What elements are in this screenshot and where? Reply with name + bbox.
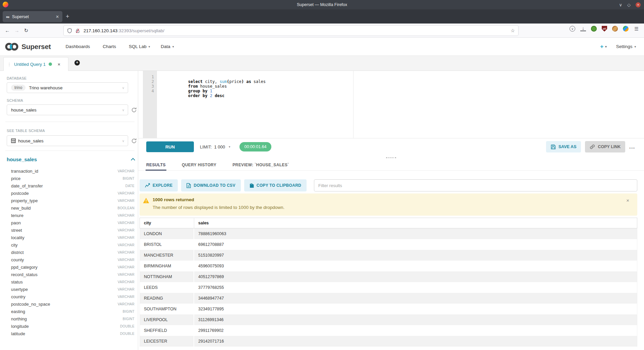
table-row: BIRMINGHAM 45960075093 [140,261,637,271]
cell-sales: 29142071716 [194,336,637,347]
plus-icon: + [600,43,603,50]
window-maximize-icon[interactable]: ◇ [627,3,631,7]
table-row: SHEFFIELD 29911769902 [140,325,637,336]
lock-broken-icon[interactable] [75,28,80,33]
table-select[interactable]: house_sales ∨ [7,135,128,146]
query-tab-bar: ⋮ Untitled Query 1 × + [0,56,644,71]
tab-close-icon[interactable]: ✕ [56,14,59,19]
tab-query-history[interactable]: QUERY HISTORY [182,160,216,170]
link-icon [590,144,595,149]
pane-resize-handle[interactable] [138,156,644,160]
settings-menu[interactable]: Settings▾ [616,44,636,49]
alert-message: The number of rows displayed is limited … [153,205,284,210]
cell-sales: 40512797869 [194,271,637,282]
window-minimize-icon[interactable]: ∨ [619,3,622,7]
refresh-schema-icon[interactable] [131,107,137,113]
column-type: VARCHAR [118,288,135,291]
add-new-button[interactable]: +▾ [600,43,606,50]
bookmark-star-icon[interactable]: ☆ [511,28,515,33]
tab-results[interactable]: RESULTS [146,160,166,170]
more-options-button[interactable]: ... [629,144,635,149]
nav-item-charts[interactable]: Charts [97,44,123,49]
explore-button[interactable]: EXPLORE [140,179,178,191]
code-line: select city, sum(price) as sales [159,75,644,79]
cell-city: BIRMINGHAM [140,261,194,271]
column-name: new_build [11,206,31,211]
back-button[interactable]: ← [3,28,12,33]
collapse-chevron-icon[interactable] [131,158,135,162]
database-label: DATABASE [7,76,26,80]
column-row: district VARCHAR [11,249,135,256]
table-row: BRISTOL 69612708887 [140,239,637,250]
cell-sales: 29911769902 [194,325,637,336]
query-tab[interactable]: ⋮ Untitled Query 1 × [3,57,68,71]
superset-navbar: Superset Dashboards Charts SQL Lab▾ Data… [0,38,644,56]
column-name: price [11,176,20,181]
sql-editor[interactable]: 1234 select city, sum(price) as sales fr… [138,71,644,138]
schema-select[interactable]: house_sales ∨ [7,104,128,115]
browser-tabstrip: ∞ Superset ✕ + [0,9,644,24]
limit-dropdown[interactable]: LIMIT: 1 000 ▾ [200,144,230,149]
browser-tab[interactable]: ∞ Superset ✕ [3,11,62,22]
chevron-down-icon: ∨ [122,139,124,143]
results-table: city sales LONDON 788861960063 BRISTOL 6… [140,218,637,350]
downloads-icon[interactable]: ↓ [580,26,586,31]
column-row: city VARCHAR [11,241,135,249]
nav-item-dashboards[interactable]: Dashboards [60,44,97,49]
download-csv-button[interactable]: DOWNLOAD TO CSV [181,179,240,191]
refresh-table-icon[interactable] [131,138,137,144]
save-as-button[interactable]: SAVE AS [546,141,581,152]
database-select[interactable]: trino Trino warehouse ∨ [7,82,128,93]
column-name: property_type [11,198,38,203]
reload-button[interactable]: ↻ [21,28,31,34]
superset-brand[interactable]: Superset [4,42,51,52]
tab-preview[interactable]: PREVIEW: `HOUSE_SALES` [232,160,289,170]
limit-value: 1 000 [214,144,225,149]
column-row: new_build BOOLEAN [11,204,135,212]
column-name: street [11,228,22,233]
filter-results-input[interactable] [314,179,637,191]
cell-city: SOUTHAMPTON [140,304,194,314]
table-body: LONDON 788861960063 BRISTOL 69612708887 … [140,228,637,347]
add-query-tab-button[interactable]: + [74,60,80,65]
column-list: transaction_id VARCHAR price BIGINT date… [11,167,135,337]
query-tab-close-icon[interactable]: × [58,62,60,67]
alert-close-icon[interactable]: × [626,198,629,203]
database-type-badge: trino [11,85,25,91]
column-row: tenure VARCHAR [11,212,135,219]
column-row: ppd_category VARCHAR [11,263,135,271]
print-margin-ruler [353,71,354,138]
extension-icon[interactable] [623,26,629,32]
column-type: VARCHAR [118,169,135,173]
header-city[interactable]: city [140,218,194,228]
column-type: VARCHAR [118,191,135,195]
column-row: price BIGINT [11,175,135,182]
table-row: LIVERPOOL 31126991346 [140,314,637,325]
column-name: county [11,257,24,262]
url-field[interactable]: 217.160.120.143:32393/superset/sqllab/ ☆ [64,26,518,36]
run-button[interactable]: RUN [146,141,194,152]
pocket-icon[interactable]: ∨ [570,26,575,32]
cookie-extension-icon[interactable] [612,26,618,32]
column-type: VARCHAR [118,265,135,269]
column-row: paon VARCHAR [11,219,135,226]
editor-code[interactable]: select city, sum(price) as sales from ho… [159,75,644,93]
copy-clipboard-button[interactable]: COPY TO CLIPBOARD [244,179,307,191]
monkey-extension-icon[interactable] [591,26,597,32]
column-type: BIGINT [123,177,135,180]
shield-icon[interactable] [67,28,72,33]
new-tab-button[interactable]: + [66,13,69,20]
column-type: VARCHAR [118,295,135,299]
ublock-icon[interactable]: uO [602,26,607,32]
floppy-icon [551,144,556,149]
window-titlebar: Superset — Mozilla Firefox ∨ ◇ × [0,0,644,9]
header-sales[interactable]: sales [194,218,637,228]
brand-name: Superset [21,43,51,51]
nav-item-data[interactable]: Data▾ [155,44,179,49]
window-close-icon[interactable]: × [636,2,641,7]
drag-handle-icon: ⋮ [7,62,11,67]
copy-link-button[interactable]: COPY LINK [585,141,625,152]
hamburger-menu-icon[interactable]: ☰ [634,26,639,32]
forward-button[interactable]: → [12,28,21,33]
nav-item-sql-lab[interactable]: SQL Lab▾ [123,44,155,49]
